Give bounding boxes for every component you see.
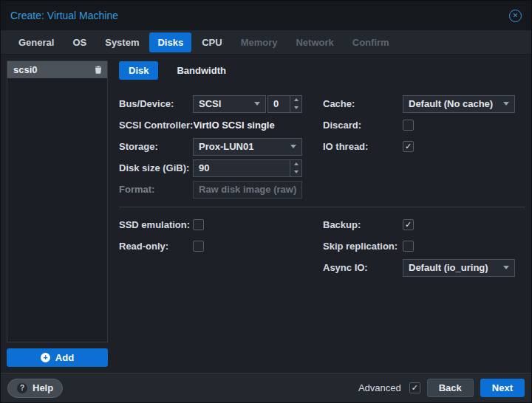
io-thread-checkbox[interactable]	[403, 141, 414, 152]
dialog-content: scsi0 Add Disk Bandwidth	[1, 55, 531, 373]
format-row: Format: Raw disk image (raw)	[119, 179, 302, 200]
disk-panel-tabs: Disk Bandwidth	[119, 61, 525, 80]
section-divider	[119, 207, 525, 207]
device-number-value: 0	[268, 98, 284, 109]
stepper-buttons	[290, 96, 301, 112]
dialog-titlebar: Create: Virtual Machine	[1, 1, 531, 30]
storage-select-value: Prox-LUN01	[199, 141, 253, 152]
ssd-emulation-label: SSD emulation:	[119, 219, 193, 230]
tab-system[interactable]: System	[97, 32, 147, 52]
tab-disk[interactable]: Disk	[119, 61, 158, 80]
chevron-down-icon	[503, 266, 509, 269]
advanced-checkbox[interactable]	[409, 382, 420, 393]
async-io-select-value: Default (io_uring)	[409, 262, 488, 273]
add-disk-button-label: Add	[55, 352, 74, 363]
format-select: Raw disk image (raw)	[193, 181, 302, 199]
form-section-advanced: SSD emulation: Read-only: Backup: Sk	[119, 214, 525, 278]
close-icon[interactable]	[509, 10, 522, 22]
device-number-stepper[interactable]: 0	[267, 95, 302, 113]
disk-item-label: scsi0	[13, 64, 38, 75]
async-io-select[interactable]: Default (io_uring)	[403, 259, 515, 277]
cache-select[interactable]: Default (No cache)	[403, 95, 515, 113]
advanced-label: Advanced	[358, 382, 401, 393]
read-only-label: Read-only:	[119, 241, 193, 252]
disk-list-item-scsi0[interactable]: scsi0	[7, 61, 107, 78]
disk-settings-panel: Disk Bandwidth Bus/Device: SCSI 0	[119, 61, 525, 367]
backup-row: Backup:	[323, 214, 525, 235]
stepper-down-icon[interactable]	[290, 168, 301, 176]
plus-circle-icon	[41, 353, 50, 362]
format-label: Format:	[119, 184, 193, 195]
disk-size-value: 90	[194, 162, 214, 173]
tab-bandwidth[interactable]: Bandwidth	[167, 61, 235, 80]
question-circle-icon	[17, 383, 27, 393]
io-thread-row: IO thread:	[323, 136, 525, 157]
next-button-label: Next	[492, 382, 513, 393]
tab-general[interactable]: General	[10, 32, 62, 52]
skip-replication-row: Skip replication:	[323, 235, 525, 257]
dialog-footer: Help Advanced Back Next	[1, 373, 531, 402]
add-disk-button[interactable]: Add	[7, 348, 108, 367]
cache-select-value: Default (No cache)	[409, 98, 493, 109]
async-io-label: Async IO:	[323, 262, 403, 273]
form-col-right-advanced: Backup: Skip replication: Async IO: Defa…	[323, 214, 525, 278]
async-io-row: Async IO: Default (io_uring)	[323, 257, 525, 278]
tab-network: Network	[287, 32, 341, 52]
stepper-down-icon[interactable]	[290, 104, 301, 112]
discard-row: Discard:	[323, 114, 525, 136]
bus-select-value: SCSI	[199, 98, 221, 109]
skip-replication-checkbox[interactable]	[403, 241, 414, 252]
io-thread-label: IO thread:	[323, 141, 403, 152]
scsi-controller-row: SCSI Controller: VirtIO SCSI single	[119, 114, 302, 136]
disk-size-label: Disk size (GiB):	[119, 162, 193, 173]
form-col-left: Bus/Device: SCSI 0	[119, 93, 302, 200]
chevron-down-icon	[254, 102, 260, 106]
scsi-controller-label: SCSI Controller:	[119, 120, 193, 131]
bus-device-label: Bus/Device:	[119, 98, 193, 109]
help-button-label: Help	[33, 382, 53, 393]
scsi-controller-value: VirtIO SCSI single	[193, 120, 274, 131]
help-button[interactable]: Help	[7, 379, 63, 398]
stepper-up-icon[interactable]	[290, 160, 301, 168]
storage-label: Storage:	[119, 141, 193, 152]
dialog-title: Create: Virtual Machine	[10, 10, 118, 21]
discard-label: Discard:	[323, 120, 403, 131]
ssd-emulation-checkbox[interactable]	[193, 219, 204, 230]
tab-disks[interactable]: Disks	[149, 32, 191, 52]
format-select-value: Raw disk image (raw)	[199, 184, 296, 195]
next-button[interactable]: Next	[480, 379, 525, 397]
cache-label: Cache:	[323, 98, 403, 109]
read-only-checkbox[interactable]	[193, 241, 204, 252]
tab-cpu[interactable]: CPU	[194, 32, 230, 52]
create-vm-dialog: Create: Virtual Machine General OS Syste…	[0, 0, 532, 403]
tab-os[interactable]: OS	[64, 32, 95, 52]
stepper-up-icon[interactable]	[290, 96, 301, 104]
trash-icon[interactable]	[95, 66, 102, 74]
tab-memory: Memory	[233, 32, 286, 52]
backup-checkbox[interactable]	[403, 219, 414, 230]
skip-replication-label: Skip replication:	[323, 241, 403, 252]
ssd-emulation-row: SSD emulation:	[119, 214, 302, 235]
chevron-down-icon	[301, 187, 302, 191]
form-col-right: Cache: Default (No cache) Discard: IO th…	[323, 93, 525, 200]
disk-list: scsi0	[7, 61, 108, 342]
storage-row: Storage: Prox-LUN01	[119, 136, 302, 157]
disk-size-row: Disk size (GiB): 90	[119, 157, 302, 179]
back-button-label: Back	[439, 382, 462, 393]
form-col-left-advanced: SSD emulation: Read-only:	[119, 214, 302, 278]
cache-row: Cache: Default (No cache)	[323, 93, 525, 114]
backup-label: Backup:	[323, 219, 403, 230]
bus-select[interactable]: SCSI	[193, 95, 266, 113]
discard-checkbox[interactable]	[403, 120, 414, 131]
disk-size-stepper[interactable]: 90	[193, 159, 302, 177]
chevron-down-icon	[290, 145, 296, 148]
stepper-buttons	[290, 160, 301, 176]
form-section-main: Bus/Device: SCSI 0	[119, 93, 525, 200]
storage-select[interactable]: Prox-LUN01	[193, 138, 302, 156]
wizard-tabbar: General OS System Disks CPU Memory Netwo…	[1, 30, 531, 55]
read-only-row: Read-only:	[119, 235, 302, 257]
tab-confirm: Confirm	[344, 32, 398, 52]
back-button[interactable]: Back	[427, 379, 474, 397]
disk-sidebar: scsi0 Add	[7, 61, 108, 367]
bus-device-row: Bus/Device: SCSI 0	[119, 93, 302, 114]
